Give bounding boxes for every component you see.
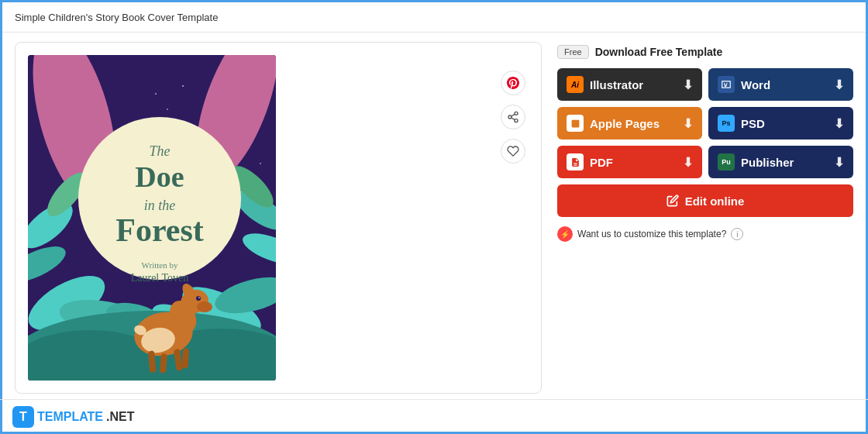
publisher-btn-content: Pu Publisher: [718, 153, 794, 170]
svg-point-53: [198, 297, 200, 298]
svg-rect-65: [571, 119, 579, 127]
free-badge: Free: [557, 45, 589, 59]
share-button[interactable]: [501, 105, 525, 129]
edit-online-button[interactable]: Edit online: [557, 184, 853, 217]
free-badge-row: Free Download Free Template: [557, 45, 853, 59]
word-download-arrow: ⬇: [834, 78, 844, 92]
apple-pages-download-arrow: ⬇: [683, 116, 693, 131]
svg-text:Forest: Forest: [115, 212, 204, 248]
info-icon[interactable]: i: [731, 228, 743, 240]
svg-rect-58: [182, 348, 189, 368]
footer: T TEMPLATE .NET: [0, 399, 868, 434]
book-cover: The Doe in the Forest Written by Laurel …: [28, 55, 276, 381]
svg-text:Written by: Written by: [142, 260, 178, 270]
psd-download-arrow: ⬇: [834, 116, 844, 131]
svg-point-9: [155, 93, 157, 95]
apple-pages-icon: [567, 115, 584, 132]
svg-point-62: [515, 119, 518, 122]
svg-point-52: [196, 296, 201, 301]
svg-text:Doe: Doe: [135, 160, 184, 193]
publisher-icon: Pu: [718, 153, 735, 170]
svg-point-50: [197, 301, 212, 312]
pdf-download-arrow: ⬇: [683, 155, 693, 170]
download-section-label: Download Free Template: [595, 46, 723, 58]
illustrator-button[interactable]: Ai Illustrator ⬇: [557, 68, 702, 101]
edit-icon: [666, 195, 679, 207]
illustrator-btn-content: Ai Illustrator: [567, 76, 643, 93]
page-header: Simple Children's Story Book Cover Templ…: [2, 2, 866, 33]
brand-name: TEMPLATE: [37, 410, 103, 424]
svg-text:The: The: [150, 143, 170, 159]
publisher-download-arrow: ⬇: [834, 155, 844, 170]
customize-lightning-icon: ⚡: [557, 226, 573, 242]
main-content: The Doe in the Forest Written by Laurel …: [2, 33, 866, 403]
publisher-button[interactable]: Pu Publisher ⬇: [708, 146, 853, 178]
word-btn-content: Word: [718, 76, 770, 93]
svg-point-60: [515, 112, 518, 115]
illustrator-download-arrow: ⬇: [683, 78, 693, 92]
word-icon: [718, 76, 735, 93]
favorite-button[interactable]: [501, 139, 525, 164]
side-actions: [501, 64, 525, 164]
word-button[interactable]: Word ⬇: [708, 68, 853, 101]
preview-card: The Doe in the Forest Written by Laurel …: [15, 42, 542, 394]
customize-row: ⚡ Want us to customize this template? i: [557, 226, 853, 242]
svg-line-64: [512, 114, 515, 116]
svg-point-2: [182, 85, 184, 87]
pinterest-button[interactable]: [501, 71, 525, 95]
apple-pages-btn-content: Apple Pages: [567, 115, 660, 132]
logo-icon: T: [12, 406, 34, 428]
right-panel: Free Download Free Template Ai Illustrat…: [557, 42, 853, 394]
svg-point-61: [508, 115, 512, 119]
customize-text: Want us to customize this template?: [577, 229, 726, 239]
brand-suffix: .NET: [106, 410, 134, 424]
svg-line-63: [512, 118, 515, 120]
psd-btn-content: Ps PSD: [718, 115, 765, 132]
psd-icon: Ps: [718, 115, 735, 132]
pdf-btn-content: PDF: [567, 153, 613, 170]
psd-button[interactable]: Ps PSD ⬇: [708, 107, 853, 140]
apple-pages-button[interactable]: Apple Pages ⬇: [557, 107, 702, 140]
svg-point-10: [260, 163, 261, 164]
download-buttons-grid: Ai Illustrator ⬇ Word ⬇: [557, 68, 853, 178]
illustrator-icon: Ai: [567, 76, 584, 93]
svg-text:in the: in the: [144, 198, 176, 213]
pdf-icon: [567, 153, 584, 170]
svg-text:Laurel Toven: Laurel Toven: [131, 272, 189, 284]
pdf-button[interactable]: PDF ⬇: [557, 146, 702, 178]
svg-point-5: [167, 108, 168, 110]
page-title: Simple Children's Story Book Cover Templ…: [15, 12, 218, 23]
